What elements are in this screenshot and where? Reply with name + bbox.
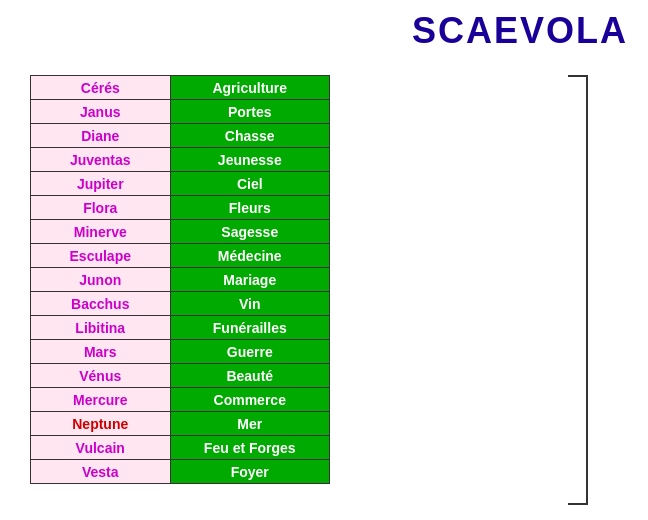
god-domain-cell: Mariage xyxy=(170,268,329,292)
god-domain-cell: Médecine xyxy=(170,244,329,268)
god-name-cell: Junon xyxy=(31,268,171,292)
table-row: VénusBeauté xyxy=(31,364,330,388)
god-name-cell: Esculape xyxy=(31,244,171,268)
table-row: NeptuneMer xyxy=(31,412,330,436)
god-domain-cell: Mer xyxy=(170,412,329,436)
table-row: VestaFoyer xyxy=(31,460,330,484)
god-name-cell: Mars xyxy=(31,340,171,364)
table-row: JuventasJeunesse xyxy=(31,148,330,172)
gods-table-container: CérésAgricultureJanusPortesDianeChasseJu… xyxy=(30,75,330,484)
table-row: CérésAgriculture xyxy=(31,76,330,100)
god-name-cell: Vulcain xyxy=(31,436,171,460)
god-name-cell: Janus xyxy=(31,100,171,124)
table-row: JupiterCiel xyxy=(31,172,330,196)
god-name-cell: Diane xyxy=(31,124,171,148)
god-domain-cell: Fleurs xyxy=(170,196,329,220)
god-domain-cell: Guerre xyxy=(170,340,329,364)
table-row: MarsGuerre xyxy=(31,340,330,364)
god-name-cell: Jupiter xyxy=(31,172,171,196)
god-domain-cell: Vin xyxy=(170,292,329,316)
table-row: JunonMariage xyxy=(31,268,330,292)
table-row: BacchusVin xyxy=(31,292,330,316)
god-name-cell: Bacchus xyxy=(31,292,171,316)
table-row: JanusPortes xyxy=(31,100,330,124)
god-name-cell: Vesta xyxy=(31,460,171,484)
table-row: VulcainFeu et Forges xyxy=(31,436,330,460)
page-title: SCAEVOLA xyxy=(412,10,628,52)
god-domain-cell: Agriculture xyxy=(170,76,329,100)
table-row: FloraFleurs xyxy=(31,196,330,220)
table-row: MinerveSagesse xyxy=(31,220,330,244)
god-domain-cell: Beauté xyxy=(170,364,329,388)
god-domain-cell: Ciel xyxy=(170,172,329,196)
god-name-cell: Minerve xyxy=(31,220,171,244)
god-name-cell: Vénus xyxy=(31,364,171,388)
god-name-cell: Mercure xyxy=(31,388,171,412)
table-row: MercureCommerce xyxy=(31,388,330,412)
god-domain-cell: Commerce xyxy=(170,388,329,412)
god-domain-cell: Funérailles xyxy=(170,316,329,340)
god-domain-cell: Portes xyxy=(170,100,329,124)
god-domain-cell: Feu et Forges xyxy=(170,436,329,460)
god-domain-cell: Jeunesse xyxy=(170,148,329,172)
table-row: DianeChasse xyxy=(31,124,330,148)
god-name-cell: Neptune xyxy=(31,412,171,436)
god-name-cell: Cérés xyxy=(31,76,171,100)
table-row: LibitinaFunérailles xyxy=(31,316,330,340)
god-name-cell: Flora xyxy=(31,196,171,220)
god-name-cell: Libitina xyxy=(31,316,171,340)
gods-table: CérésAgricultureJanusPortesDianeChasseJu… xyxy=(30,75,330,484)
god-domain-cell: Chasse xyxy=(170,124,329,148)
god-domain-cell: Foyer xyxy=(170,460,329,484)
table-row: EsculapeMédecine xyxy=(31,244,330,268)
god-domain-cell: Sagesse xyxy=(170,220,329,244)
right-bracket xyxy=(568,75,588,505)
god-name-cell: Juventas xyxy=(31,148,171,172)
